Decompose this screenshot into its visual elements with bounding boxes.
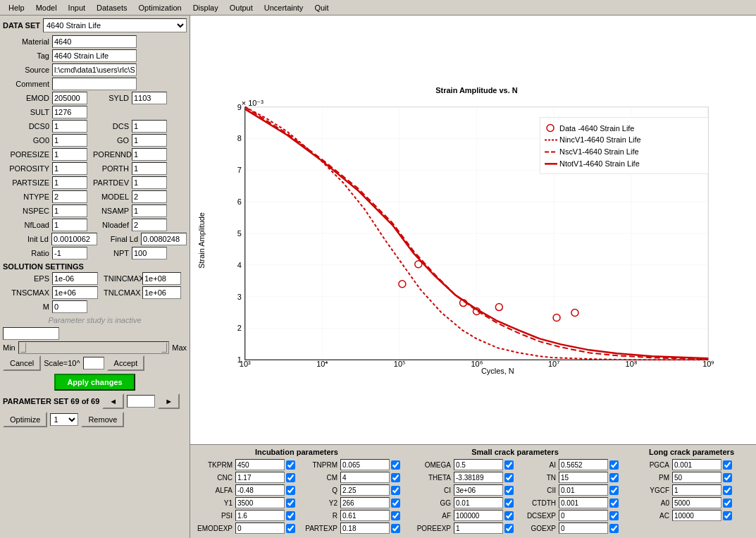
tnscmax-input[interactable] <box>52 286 98 299</box>
cm-input[interactable] <box>340 472 390 483</box>
y2-input[interactable] <box>340 497 390 508</box>
finalld-input[interactable] <box>141 233 187 245</box>
goexp-cb[interactable] <box>609 524 619 533</box>
menu-model[interactable]: Model <box>30 2 63 13</box>
q-input[interactable] <box>340 484 390 496</box>
tkprm-input[interactable] <box>235 459 285 470</box>
af-input[interactable] <box>454 510 503 521</box>
cnc-input[interactable] <box>235 472 285 483</box>
optimize-button[interactable]: Optimize <box>3 412 47 427</box>
y1-cb[interactable] <box>286 499 295 508</box>
optimize-select[interactable]: 1 <box>50 413 78 426</box>
dcs0-input[interactable] <box>52 120 87 133</box>
cii-cb[interactable] <box>609 486 619 495</box>
partdev-input[interactable] <box>132 176 167 189</box>
y1-input[interactable] <box>235 497 285 508</box>
comment-input[interactable] <box>52 78 137 90</box>
menu-output[interactable]: Output <box>224 2 259 13</box>
source-input[interactable] <box>52 63 137 76</box>
tnlcmax-input[interactable] <box>142 286 181 299</box>
goexp-input[interactable] <box>559 522 608 534</box>
go0-input[interactable] <box>52 134 87 147</box>
af-cb[interactable] <box>504 511 514 520</box>
eps-input[interactable] <box>52 272 98 285</box>
param-set-input[interactable] <box>127 395 155 408</box>
alfa-input[interactable] <box>235 484 285 496</box>
y2-cb[interactable] <box>391 499 400 508</box>
tkprm-cb[interactable] <box>286 460 295 470</box>
syld-input[interactable] <box>132 92 167 104</box>
ai-cb[interactable] <box>609 460 619 470</box>
psi-input[interactable] <box>235 510 285 521</box>
nloadef-input[interactable] <box>132 219 167 231</box>
ac-cb[interactable] <box>723 511 732 520</box>
ctdth-input[interactable] <box>559 497 608 508</box>
porennd-input[interactable] <box>132 148 167 161</box>
tnprm-cb[interactable] <box>391 460 400 470</box>
ci-cb[interactable] <box>504 486 514 495</box>
partexp-cb[interactable] <box>391 524 400 533</box>
cii-input[interactable] <box>559 484 608 496</box>
a0-cb[interactable] <box>723 499 732 508</box>
tag-input[interactable] <box>52 49 137 62</box>
psi-cb[interactable] <box>286 511 295 520</box>
porosity-input[interactable] <box>52 162 87 175</box>
ygcf-input[interactable] <box>672 484 721 496</box>
apply-changes-button[interactable]: Apply changes <box>54 374 135 391</box>
a0-input[interactable] <box>672 497 721 508</box>
dcs-input[interactable] <box>132 120 167 133</box>
tn-cb[interactable] <box>609 473 619 482</box>
porth-input[interactable] <box>132 162 167 175</box>
cm-cb[interactable] <box>391 473 400 482</box>
go-input[interactable] <box>132 134 167 147</box>
nsamp-input[interactable] <box>132 204 167 217</box>
pgca-input[interactable] <box>672 459 721 470</box>
poresize-input[interactable] <box>52 148 87 161</box>
poreexp-cb[interactable] <box>504 524 514 533</box>
initld-input[interactable] <box>51 233 97 245</box>
theta-input[interactable] <box>454 472 503 483</box>
menu-input[interactable]: Input <box>63 2 91 13</box>
ai-input[interactable] <box>559 459 608 470</box>
sult-input[interactable] <box>52 106 87 118</box>
nfload-input[interactable] <box>52 219 87 231</box>
menu-datasets[interactable]: Datasets <box>91 2 132 13</box>
gg-cb[interactable] <box>504 499 514 508</box>
param-scrollbar[interactable] <box>18 341 169 354</box>
q-cb[interactable] <box>391 486 400 495</box>
omega-cb[interactable] <box>504 460 514 470</box>
param-next-button[interactable]: ► <box>158 393 180 409</box>
dcsexp-input[interactable] <box>559 510 608 521</box>
tn-input[interactable] <box>559 472 608 483</box>
ygcf-cb[interactable] <box>723 486 732 495</box>
pgca-cb[interactable] <box>723 460 732 470</box>
menu-help[interactable]: Help <box>3 2 30 13</box>
pm-input[interactable] <box>672 472 721 483</box>
menu-quit[interactable]: Quit <box>309 2 334 13</box>
ntype-input[interactable] <box>52 190 87 203</box>
theta-cb[interactable] <box>504 473 514 482</box>
cancel-button[interactable]: Cancel <box>3 355 41 371</box>
ac-input[interactable] <box>672 510 721 521</box>
accept-button[interactable]: Accept <box>107 355 145 371</box>
material-input[interactable] <box>52 35 137 48</box>
remove-button[interactable]: Remove <box>81 412 124 427</box>
menu-optimization[interactable]: Optimization <box>132 2 187 13</box>
m-input[interactable] <box>52 300 87 313</box>
param-value-input[interactable] <box>3 327 59 340</box>
scale-input[interactable] <box>83 357 104 369</box>
emodexp-cb[interactable] <box>286 524 295 533</box>
nspec-input[interactable] <box>52 204 87 217</box>
r-input[interactable] <box>340 510 390 521</box>
tnprm-input[interactable] <box>340 459 390 470</box>
poreexp-input[interactable] <box>454 522 503 534</box>
menu-uncertainty[interactable]: Uncertainty <box>259 2 309 13</box>
emod-input[interactable] <box>52 92 87 104</box>
ctdth-cb[interactable] <box>609 499 619 508</box>
model-input[interactable] <box>132 190 167 203</box>
omega-input[interactable] <box>454 459 503 470</box>
tnincmax-input[interactable] <box>142 272 181 285</box>
cnc-cb[interactable] <box>286 473 295 482</box>
ratio-input[interactable] <box>52 247 87 259</box>
param-prev-button[interactable]: ◄ <box>102 393 124 409</box>
